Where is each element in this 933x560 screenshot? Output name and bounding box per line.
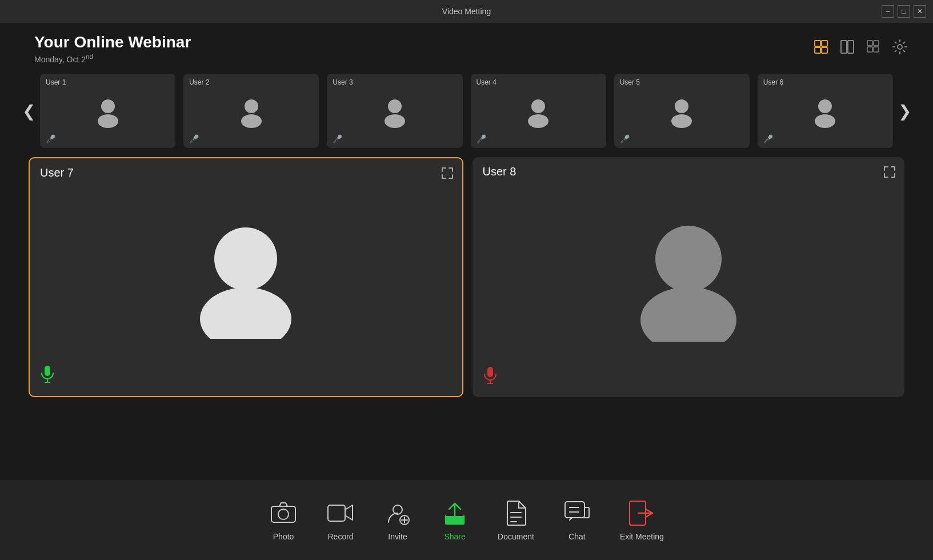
user-thumb-1[interactable]: User 1 🎤 [40,74,175,148]
svg-rect-3 [822,47,827,53]
chat-icon [563,499,591,527]
svg-point-10 [898,45,902,49]
titlebar-title: Video Metting [442,7,491,16]
user7-mic-icon [40,365,55,387]
svg-point-16 [385,114,405,128]
svg-point-15 [388,99,402,113]
document-icon [502,499,530,527]
video-panel-user7[interactable]: User 7 [29,157,463,397]
photo-tool[interactable]: Photo [269,499,298,541]
user-mic-1: 🎤 [46,134,55,143]
user-thumb-name-2: User 2 [189,78,209,86]
share-icon [441,499,469,527]
user-avatar-4 [521,94,555,128]
close-button[interactable]: ✕ [914,5,926,18]
svg-rect-4 [841,41,847,53]
svg-rect-6 [867,41,872,46]
svg-rect-9 [874,47,879,52]
user-mic-2: 🎤 [189,134,199,143]
svg-point-13 [245,99,258,113]
user8-mic-icon [483,366,498,388]
video-panel-name-user8: User 8 [483,165,516,178]
layout-grid-button[interactable] [811,37,831,57]
svg-point-20 [671,114,692,128]
svg-point-18 [528,114,548,128]
user-thumb-name-3: User 3 [333,78,353,86]
webinar-date: Monday, Oct 2nd [34,53,191,64]
invite-tool[interactable]: Invite [383,499,412,541]
svg-point-11 [101,99,115,113]
svg-rect-8 [867,47,872,52]
users-list: User 1 🎤 User 2 🎤 User 3 [40,74,893,148]
user-mic-4: 🎤 [476,134,486,143]
user-thumb-5[interactable]: User 5 🎤 [614,74,750,148]
svg-point-34 [278,509,289,519]
svg-point-28 [655,226,722,292]
user-avatar-2 [234,94,269,128]
layout-split-button[interactable] [837,37,858,57]
chat-label: Chat [568,532,586,541]
invite-icon [383,499,412,527]
expand-icon-user7[interactable] [441,166,454,182]
document-tool[interactable]: Document [498,499,534,541]
settings-button[interactable] [890,37,910,57]
svg-rect-30 [487,367,493,377]
user-thumb-4[interactable]: User 4 🎤 [471,74,606,148]
video-panel-name-user7: User 7 [40,166,74,179]
user-avatar-5 [664,94,699,128]
svg-rect-7 [874,41,879,46]
toolbar: Photo Record Invite [0,480,933,560]
maximize-button[interactable]: □ [898,5,910,18]
user-avatar-1 [91,94,125,128]
photo-label: Photo [273,532,294,541]
svg-point-12 [98,114,118,128]
chat-tool[interactable]: Chat [563,499,591,541]
user-thumb-name-6: User 6 [763,78,783,86]
user-avatar-3 [378,94,412,128]
svg-point-23 [214,227,277,290]
svg-point-21 [818,99,832,113]
user-mic-5: 🎤 [620,134,630,143]
user-thumb-name-1: User 1 [46,78,66,86]
record-label: Record [327,532,353,541]
svg-rect-5 [848,41,854,53]
exit-meeting-tool[interactable]: Exit Meeting [620,499,664,541]
svg-rect-1 [822,41,827,46]
video-panel-user8[interactable]: User 8 [472,157,905,397]
invite-label: Invite [388,532,407,541]
user-thumb-2[interactable]: User 2 🎤 [183,74,319,148]
record-tool[interactable]: Record [326,499,355,541]
user-thumb-name-5: User 5 [620,78,640,86]
user-thumb-6[interactable]: User 6 🎤 [758,74,893,148]
share-tool[interactable]: Share [441,499,469,541]
next-user-button[interactable]: ❯ [893,71,916,151]
header-info: Your Online Webinar Monday, Oct 2nd [34,33,191,64]
user7-avatar [183,213,309,341]
svg-rect-35 [328,505,345,521]
header: Your Online Webinar Monday, Oct 2nd [0,23,933,70]
users-strip: ❮ User 1 🎤 User 2 🎤 [0,70,933,153]
svg-point-24 [200,287,291,339]
svg-rect-25 [45,366,50,376]
user-thumb-name-4: User 4 [476,78,496,86]
titlebar: Video Metting – □ ✕ [0,0,933,23]
user-avatar-6 [808,94,842,128]
prev-user-button[interactable]: ❮ [17,71,40,151]
user8-avatar [623,210,754,344]
header-controls [811,37,910,57]
user-thumb-3[interactable]: User 3 🎤 [327,74,462,148]
svg-point-19 [675,99,688,113]
exit-icon [627,499,656,527]
webinar-title: Your Online Webinar [34,33,191,51]
svg-point-14 [241,114,262,128]
share-label: Share [444,532,465,541]
document-label: Document [498,532,534,541]
window-controls: – □ ✕ [882,5,926,18]
minimize-button[interactable]: – [882,5,894,18]
svg-point-29 [640,287,736,342]
exit-meeting-label: Exit Meeting [620,532,664,541]
expand-icon-user8[interactable] [883,165,896,181]
layout-quad-button[interactable] [863,37,884,57]
svg-point-22 [815,114,835,128]
user-mic-3: 🎤 [333,134,342,143]
